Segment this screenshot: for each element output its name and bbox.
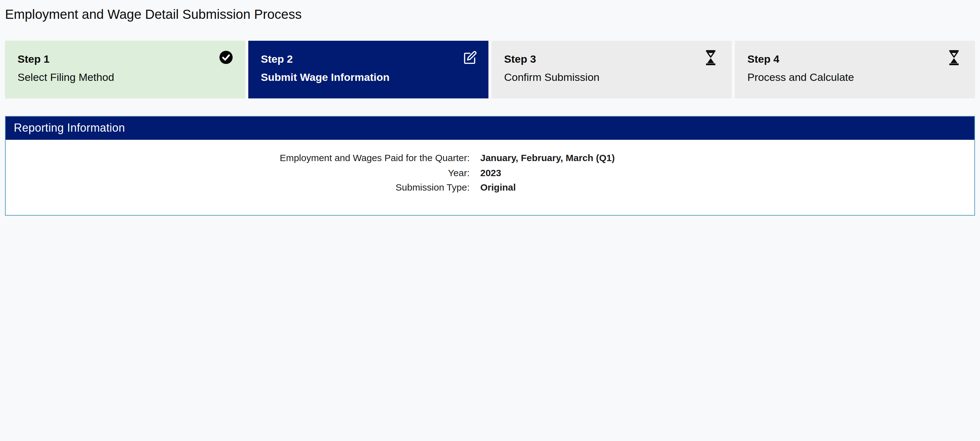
step-3-name: Confirm Submission (504, 72, 719, 84)
step-2-name: Submit Wage Information (261, 72, 476, 84)
year-row: Year: 2023 (6, 165, 974, 180)
step-4-label: Step 4 (748, 53, 963, 66)
quarter-label: Employment and Wages Paid for the Quarte… (6, 150, 469, 165)
step-1-card[interactable]: Step 1 Select Filing Method (5, 41, 245, 99)
reporting-information-panel: Reporting Information Employment and Wag… (5, 116, 975, 216)
step-1-label: Step 1 (18, 53, 232, 66)
quarter-value: January, February, March (Q1) (480, 150, 615, 165)
step-2-label: Step 2 (261, 53, 476, 66)
hourglass-icon (705, 50, 721, 65)
step-2-card[interactable]: Step 2 Submit Wage Information (248, 41, 488, 99)
year-value: 2023 (480, 165, 501, 180)
quarter-row: Employment and Wages Paid for the Quarte… (6, 150, 974, 165)
submission-type-value: Original (480, 180, 516, 195)
step-3-card[interactable]: Step 3 Confirm Submission (492, 41, 732, 99)
reporting-information-body: Employment and Wages Paid for the Quarte… (6, 140, 974, 215)
reporting-information-header: Reporting Information (6, 116, 974, 140)
step-1-name: Select Filing Method (18, 72, 232, 84)
wage-submission-page: Employment and Wage Detail Submission Pr… (0, 0, 980, 221)
check-circle-icon (219, 50, 234, 65)
submission-type-row: Submission Type: Original (6, 180, 974, 195)
step-3-label: Step 3 (504, 53, 719, 66)
year-label: Year: (6, 165, 469, 180)
page-title: Employment and Wage Detail Submission Pr… (5, 0, 975, 22)
step-progress-bar: Step 1 Select Filing Method Step 2 Submi… (5, 41, 975, 99)
edit-icon (462, 50, 477, 65)
step-4-name: Process and Calculate (748, 72, 963, 84)
step-4-card[interactable]: Step 4 Process and Calculate (735, 41, 975, 99)
submission-type-label: Submission Type: (6, 180, 469, 195)
hourglass-icon (949, 50, 964, 65)
